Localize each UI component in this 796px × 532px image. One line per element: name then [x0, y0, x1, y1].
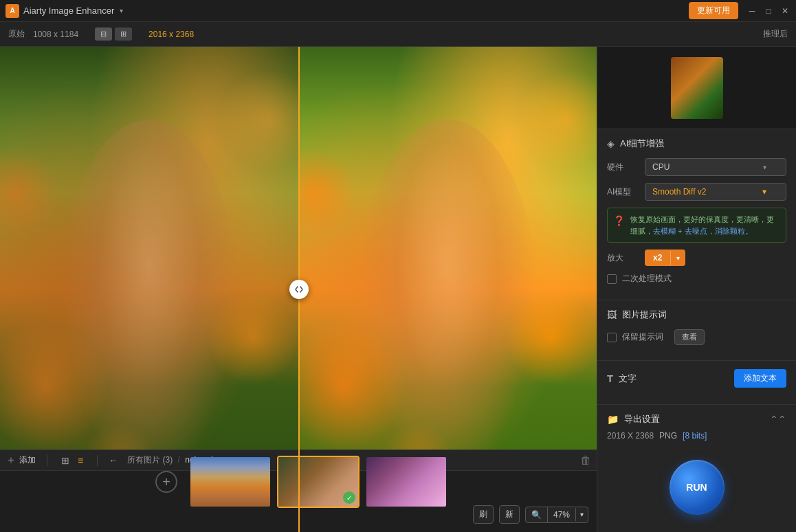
view-toggle-group: ⊟ ⊞ [95, 27, 132, 41]
run-button-container: RUN [597, 449, 796, 526]
export-title: 导出设置 [624, 413, 660, 425]
top-toolbar: 原始 1008 x 1184 ⊟ ⊞ 2016 x 2368 推理后 [0, 22, 796, 47]
export-dimensions: 2016 X 2368 [607, 431, 654, 441]
all-images-label: 所有图片 (3) [127, 455, 173, 465]
image-hint-title: 图片提示词 [622, 309, 667, 321]
model-hint-box: ❓ 恢复原始画面，更好的保真度，更清晰，更细腻，去模糊 + 去噪点，消除颗粒。 [607, 208, 786, 243]
side-by-side-button[interactable]: ⊞ [115, 27, 132, 41]
right-panel: ◈ AI细节增强 硬件 CPU ▾ AI模型 Smooth Diff v [597, 47, 796, 532]
list-view-button[interactable]: ≡ [75, 454, 86, 467]
ai-model-dropdown[interactable]: Smooth Diff v2 ▾ [645, 183, 786, 201]
add-text-button[interactable]: 添加文本 [734, 369, 786, 388]
export-info: 2016 X 2368 PNG [8 bits] [607, 431, 786, 441]
ai-model-label: AI模型 [607, 186, 645, 198]
zoom-control: 🔍 47% ▾ [525, 507, 588, 523]
input-dimensions: 1008 x 1184 [33, 30, 78, 39]
add-file-button[interactable]: ＋ 添加 [5, 453, 36, 467]
image-hint-icon: 🖼 [607, 309, 617, 320]
ai-model-value: Smooth Diff v2 [652, 187, 762, 197]
filmstrip-item-3[interactable] [365, 456, 447, 508]
side-by-side-icon: ⊞ [120, 30, 126, 38]
secondary-process-checkbox[interactable] [607, 274, 617, 284]
scale-control: x2 ▾ [645, 250, 786, 266]
new-button[interactable]: 新 [499, 505, 520, 524]
export-bits: [8 bits] [683, 431, 707, 441]
inferred-label: 推理后 [763, 28, 788, 40]
split-handle[interactable] [289, 280, 309, 299]
ai-enhance-icon: ◈ [607, 138, 615, 149]
app-title: Aiarty Image Enhancer [23, 5, 114, 16]
text-section: T 文字 添加文本 [597, 361, 796, 405]
preview-thumbnail-area [597, 47, 796, 129]
secondary-process-label: 二次处理模式 [622, 273, 672, 285]
text-title: 文字 [619, 373, 637, 385]
hardware-value: CPU [652, 162, 763, 172]
ai-model-select-container: Smooth Diff v2 ▾ [645, 183, 786, 201]
secondary-process-row: 二次处理模式 [607, 273, 786, 285]
refresh-button[interactable]: 刷 [473, 505, 494, 524]
hint-highlight: 去模糊 + 去噪点，消除颗粒。 [653, 227, 753, 235]
preview-thumbnail [671, 57, 723, 119]
zoom-icon: 🔍 [526, 507, 547, 522]
view-hint-button[interactable]: 查看 [674, 329, 705, 345]
output-dimensions: 2016 x 2368 [148, 30, 194, 39]
add-icon: ＋ [5, 453, 16, 467]
text-icon: T [607, 373, 613, 384]
scale-label: 放大 [607, 252, 645, 264]
text-section-header: T 文字 添加文本 [607, 369, 786, 388]
original-label: 原始 [8, 28, 25, 40]
close-button[interactable]: ✕ [780, 5, 791, 16]
check-badge: ✓ [343, 491, 355, 504]
export-settings-icon: 📁 [607, 414, 619, 425]
image-hint-header: 🖼 图片提示词 [607, 309, 786, 321]
hint-text: 恢复原始画面，更好的保真度，更清晰，更细腻，去模糊 + 去噪点，消除颗粒。 [630, 214, 780, 236]
minimize-button[interactable]: ─ [747, 5, 758, 16]
delete-button[interactable]: 🗑 [580, 454, 591, 467]
split-line[interactable] [298, 47, 300, 532]
scale-row: 放大 x2 ▾ [607, 250, 786, 266]
filmstrip-item-1[interactable] [189, 456, 272, 508]
ai-model-dropdown-arrow: ▾ [762, 187, 766, 197]
scale-arrow: ▾ [670, 251, 685, 265]
scale-dropdown[interactable]: x2 ▾ [645, 250, 685, 266]
export-format: PNG [659, 431, 677, 441]
main-area: 刷 新 🔍 47% ▾ ＋ 添加 ⊞ ≡ ← [0, 47, 796, 532]
export-section: 📁 导出设置 ⌃⌃ 2016 X 2368 PNG [8 bits] [597, 405, 796, 449]
keep-hint-checkbox[interactable] [607, 333, 617, 342]
filmstrip-item-2[interactable]: ✓ [277, 456, 360, 508]
ai-model-row: AI模型 Smooth Diff v2 ▾ [607, 183, 786, 201]
ai-enhance-section: ◈ AI细节增强 硬件 CPU ▾ AI模型 Smooth Diff v [597, 129, 796, 300]
hardware-label: 硬件 [607, 162, 645, 173]
app-logo: A [5, 4, 19, 18]
canvas-area: 刷 新 🔍 47% ▾ ＋ 添加 ⊞ ≡ ← [0, 47, 597, 532]
view-icons-group: ⊞ ≡ [58, 454, 86, 467]
hardware-select-container: CPU ▾ [645, 158, 786, 176]
zoom-dropdown-arrow[interactable]: ▾ [575, 508, 588, 521]
hardware-dropdown[interactable]: CPU ▾ [645, 158, 786, 176]
hardware-dropdown-arrow: ▾ [763, 164, 766, 171]
export-collapse-button[interactable]: ⌃⌃ [770, 414, 786, 425]
ai-enhance-header: ◈ AI细节增强 [607, 137, 786, 150]
hardware-row: 硬件 CPU ▾ [607, 158, 786, 176]
app-menu-arrow[interactable]: ▾ [120, 7, 123, 14]
run-button[interactable]: RUN [670, 460, 725, 515]
export-header: 📁 导出设置 ⌃⌃ [607, 413, 786, 425]
keep-hint-row: 保留提示词 查看 [607, 329, 786, 345]
zoom-value: 47% [547, 507, 575, 522]
maximize-button[interactable]: □ [763, 5, 774, 16]
window-controls: ─ □ ✕ [747, 5, 791, 16]
split-view-button[interactable]: ⊟ [95, 27, 112, 41]
split-view-icon: ⊟ [100, 30, 107, 38]
keep-hint-label: 保留提示词 [622, 331, 663, 343]
scale-value: x2 [645, 250, 670, 266]
add-label: 添加 [19, 454, 36, 466]
canvas-controls: 刷 新 🔍 47% ▾ [473, 505, 588, 524]
image-hint-section: 🖼 图片提示词 保留提示词 查看 [597, 300, 796, 361]
hint-icon: ❓ [613, 215, 625, 236]
grid-view-button[interactable]: ⊞ [58, 454, 72, 467]
back-arrow-icon[interactable]: ← [109, 455, 118, 465]
breadcrumb-separator: / [178, 455, 183, 465]
ai-enhance-title: AI细节增强 [620, 137, 664, 150]
update-button[interactable]: 更新可用 [689, 2, 738, 19]
title-bar: A Aiarty Image Enhancer ▾ 更新可用 ─ □ ✕ [0, 0, 796, 22]
